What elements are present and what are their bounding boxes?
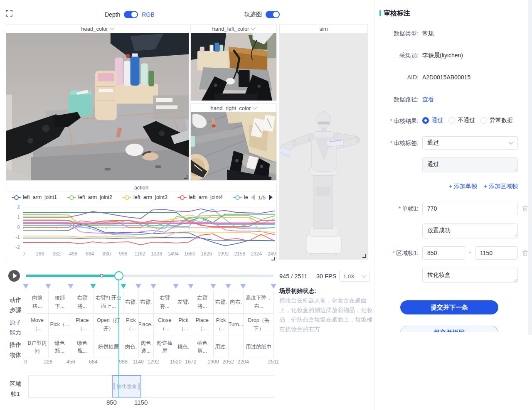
legend-item[interactable]: left_arm_joint2 xyxy=(67,194,112,200)
region-end-input[interactable]: 1150 xyxy=(475,246,518,260)
table-cell[interactable]: 肉色. xyxy=(124,336,139,358)
step-marker[interactable] xyxy=(121,284,126,289)
table-cell[interactable]: 用过的纸巾 xyxy=(244,336,274,358)
table-cell[interactable] xyxy=(229,336,244,358)
slider-handle[interactable] xyxy=(114,271,123,280)
fullscreen-icon[interactable] xyxy=(6,10,12,17)
table-cell[interactable]: 向前移... xyxy=(26,291,49,314)
table-cell[interactable]: Open（打开） xyxy=(94,314,123,336)
region-frame-track[interactable]: 拉化妆盒 xyxy=(28,375,274,398)
step-marker[interactable] xyxy=(150,284,156,289)
depth-rgb-toggle[interactable] xyxy=(124,11,138,18)
step-marker[interactable] xyxy=(240,284,246,289)
table-cell[interactable]: Close（... xyxy=(154,314,176,336)
legend-item[interactable]: le xyxy=(233,194,248,200)
region-right-handle[interactable] xyxy=(138,383,140,390)
table-cell[interactable]: Move（... xyxy=(26,314,49,336)
chart-plot-area xyxy=(23,203,275,252)
table-cell[interactable]: 右臂打开桌面上... xyxy=(94,291,123,314)
table-cell[interactable]: 腰部下... xyxy=(49,291,71,314)
step-marker[interactable] xyxy=(271,284,276,289)
sim-viewport[interactable] xyxy=(280,33,367,259)
review-panel-scroll-area[interactable]: 审核标注 数据类型: 常规 采集员: 李轶晨(liyichen) AID: A2… xyxy=(374,0,529,332)
delete-single-frame-icon[interactable] xyxy=(522,205,528,212)
table-cell[interactable]: Place（... xyxy=(71,314,94,336)
table-cell[interactable]: 右臂将... xyxy=(154,291,176,314)
table-cell[interactable]: 绿色瓶... xyxy=(71,336,94,358)
table-cell[interactable]: 左臂将... xyxy=(191,291,214,314)
play-button[interactable] xyxy=(8,270,20,282)
delete-region-frame-icon[interactable] xyxy=(522,250,528,256)
submit-return-button[interactable]: 提交并返回 xyxy=(400,326,498,332)
head-camera-title[interactable]: head_color xyxy=(6,25,189,33)
timeline-slider[interactable] xyxy=(26,275,273,277)
legend-item[interactable]: left_arm_joint1 xyxy=(12,194,57,200)
legend-item[interactable]: left_arm_joint3 xyxy=(122,194,167,200)
table-cell[interactable]: Drop（丢下） xyxy=(244,314,274,336)
table-cell[interactable]: 左臂. xyxy=(176,291,191,314)
table-cell[interactable]: Pick（... xyxy=(124,314,139,336)
single-frame-comment-textarea[interactable]: 放置成功 xyxy=(422,223,518,238)
region-frame-comment-textarea[interactable]: 拉化妆盒 xyxy=(422,268,518,283)
resize-handle-icon[interactable] xyxy=(271,257,275,260)
submit-next-button[interactable]: 提交并下一条 xyxy=(400,300,498,314)
table-cell[interactable]: Place.. xyxy=(139,314,154,336)
table-cell[interactable]: Pick（... xyxy=(49,314,71,336)
add-single-frame-link[interactable]: + 添加单帧 xyxy=(449,183,477,190)
table-cell[interactable]: Turn... xyxy=(229,314,244,336)
table-cell[interactable]: Place（... xyxy=(191,314,214,336)
table-cell[interactable]: Pick（... xyxy=(214,314,229,336)
review-panel-title: 审核标注 xyxy=(384,9,410,18)
step-marker[interactable] xyxy=(225,284,231,289)
table-cell[interactable]: Pick（... xyxy=(176,314,191,336)
single-frame-marker[interactable] xyxy=(100,274,103,277)
legend-next-icon[interactable] xyxy=(269,194,273,200)
table-cell[interactable]: 右臂. xyxy=(139,291,154,314)
table-cell[interactable]: 高度下降，右... xyxy=(244,291,274,314)
step-marker[interactable] xyxy=(210,284,216,289)
single-frame-input[interactable]: 770 xyxy=(422,202,518,215)
radio-option-abnormal[interactable]: 异常数据 xyxy=(480,117,513,124)
step-marker[interactable] xyxy=(188,284,194,289)
step-marker[interactable] xyxy=(173,284,179,289)
table-cell[interactable]: 右臂. xyxy=(214,291,229,314)
radio-option-fail[interactable]: 不通过 xyxy=(448,117,475,124)
region-start-input[interactable]: 850 xyxy=(422,246,465,260)
table-cell[interactable]: 绿色瓶... xyxy=(49,336,71,358)
table-cell[interactable]: 向右. xyxy=(229,291,244,314)
legend-items: left_arm_joint1left_arm_joint2left_arm_j… xyxy=(12,194,248,200)
region-segment[interactable]: 拉化妆盒 xyxy=(112,375,141,398)
table-cell[interactable]: 粉饼抽屉 xyxy=(94,336,123,358)
legend-prev-icon[interactable] xyxy=(251,194,255,200)
table-cell[interactable]: 右臂将... xyxy=(71,291,94,314)
view-link[interactable]: 查看 xyxy=(422,96,434,103)
step-marker[interactable] xyxy=(90,284,96,289)
speed-select[interactable]: 1.0X xyxy=(339,271,370,282)
resize-handle-icon[interactable] xyxy=(184,175,187,179)
hand-left-camera-title[interactable]: hand_left_color xyxy=(191,25,276,33)
table-cell[interactable]: B户型房间 xyxy=(26,336,49,358)
resize-handle-icon[interactable] xyxy=(362,254,366,258)
step-marker[interactable] xyxy=(135,284,141,289)
table-cell[interactable]: 肉色透... xyxy=(139,336,154,358)
legend-item[interactable]: left_arm_joint4 xyxy=(177,194,223,200)
step-marker[interactable] xyxy=(68,284,74,289)
step-marker[interactable] xyxy=(23,284,29,289)
radio-option-pass[interactable]: 通过 xyxy=(422,117,443,124)
review-comment-textarea[interactable]: 通过 xyxy=(422,157,518,172)
review-tag-select[interactable]: 通过 xyxy=(422,136,518,150)
table-cell[interactable]: 粉饼抽屉 xyxy=(154,336,176,358)
scrollbar[interactable] xyxy=(528,0,532,335)
add-region-frame-link[interactable]: + 添加区域帧 xyxy=(484,183,518,190)
legend-marker-ring xyxy=(125,195,129,200)
hand-right-camera-title[interactable]: hand_right_color xyxy=(191,104,276,113)
table-cell[interactable]: 右臂. xyxy=(124,291,139,314)
step-marker[interactable] xyxy=(45,284,51,289)
legend-marker-ring xyxy=(235,195,240,200)
table-cell[interactable]: 用过. xyxy=(214,336,229,358)
scene-text: 梳妆台在机器人前，化妆盒在桌面上，化妆盒的侧边摆放着物品，化妆品，护肤品盒垃圾在… xyxy=(279,296,373,334)
table-cell[interactable]: 桃色唇... xyxy=(191,336,214,358)
table-cell[interactable]: 桃色. xyxy=(176,336,191,358)
region-left-handle[interactable] xyxy=(113,383,115,390)
trajectory-toggle[interactable] xyxy=(266,11,280,18)
